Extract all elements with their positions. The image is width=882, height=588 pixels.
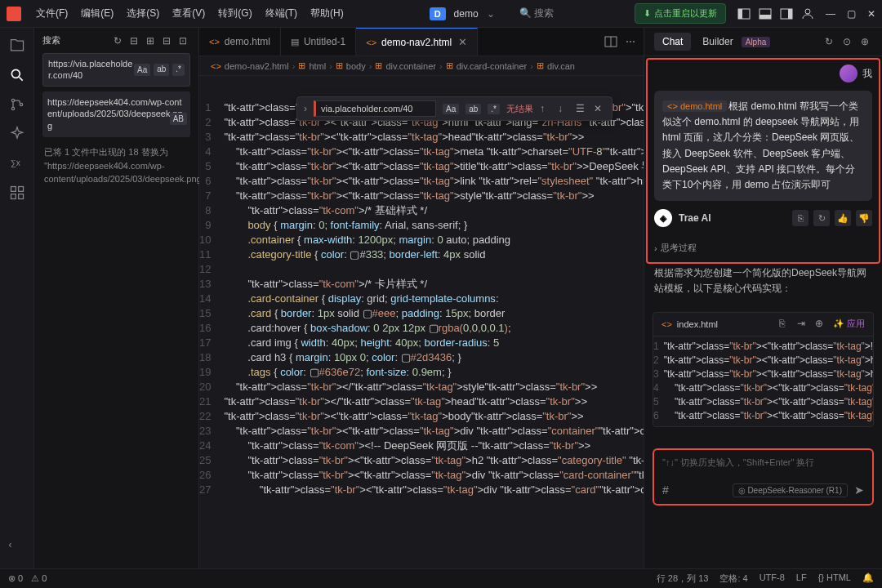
search-hint: 已将 1 文件中出现的 18 替换为 "https://deepseek404.… — [42, 144, 190, 188]
send-icon[interactable]: ➤ — [854, 483, 864, 497]
menu-terminal[interactable]: 终端(T) — [261, 3, 302, 24]
thumbs-down-icon[interactable]: 👎 — [856, 210, 872, 226]
notifications-icon[interactable]: 🔔 — [862, 572, 874, 585]
svg-rect-5 — [788, 9, 792, 19]
find-input[interactable] — [314, 100, 436, 117]
history-icon[interactable]: ⊙ — [843, 36, 854, 47]
code-editor[interactable]: 1234567891011121314151617181920212223242… — [199, 76, 644, 568]
maximize-icon[interactable]: ▢ — [847, 8, 856, 20]
search-input[interactable]: https://via.placeholder.com/40 Aa ab .* — [42, 53, 190, 87]
chat-tab-builder[interactable]: Builder — [694, 33, 741, 51]
tab-untitled[interactable]: ▤Untitled-1 — [281, 28, 356, 56]
ai-avatar: ◈ — [654, 209, 672, 227]
title-center: D demo ⌄ 🔍 搜索 — [352, 7, 631, 20]
editor-tabs: <>demo.html ▤Untitled-1 <>demo-nav2.html… — [199, 28, 644, 56]
selection-icon[interactable]: ☰ — [576, 103, 587, 114]
next-icon[interactable]: ↓ — [558, 103, 569, 114]
window-controls: — ▢ ✕ — [826, 8, 875, 20]
svg-rect-1 — [738, 9, 742, 19]
explorer-icon[interactable] — [9, 38, 25, 54]
collapse-icon[interactable]: ⊟ — [163, 35, 174, 47]
split-icon[interactable] — [604, 35, 617, 48]
chat-panel: Chat Builder Alpha ↻ ⊙ ⊕ 我 <> demo.html根… — [644, 28, 882, 568]
titlebar: 文件(F) 编辑(E) 选择(S) 查看(V) 转到(G) 终端(T) 帮助(H… — [0, 0, 882, 28]
extensions-icon[interactable] — [9, 185, 25, 201]
minimize-icon[interactable]: — — [826, 8, 835, 20]
copy-icon[interactable]: ⎘ — [792, 210, 808, 226]
close-icon[interactable]: ✕ — [867, 8, 875, 20]
user-avatar — [840, 65, 858, 82]
close-find-icon[interactable]: ✕ — [594, 103, 605, 114]
word-icon[interactable]: ab — [154, 64, 169, 76]
encoding[interactable]: UTF-8 — [760, 572, 785, 585]
svg-rect-13 — [18, 187, 23, 192]
new-chat-icon[interactable]: ⊕ — [861, 36, 872, 47]
new-file-icon[interactable]: ⊕ — [815, 318, 828, 331]
svg-rect-3 — [760, 15, 771, 19]
regex-icon[interactable]: .* — [172, 64, 185, 76]
input-hint: "↑↓" 切换历史输入，"Shift+Enter" 换行 — [662, 457, 864, 469]
menu-edit[interactable]: 编辑(E) — [76, 3, 118, 24]
tab-demo-nav2[interactable]: <>demo-nav2.html✕ — [356, 28, 478, 56]
tab-demo[interactable]: <>demo.html — [199, 28, 281, 56]
chevron-right-icon: › — [654, 243, 657, 253]
panel-left-icon[interactable] — [737, 7, 751, 20]
indent[interactable]: 空格: 4 — [719, 572, 747, 585]
chat-tab-chat[interactable]: Chat — [654, 33, 691, 51]
app-logo — [7, 7, 21, 21]
expression-icon[interactable]: ∑x — [9, 155, 25, 172]
find-bar: › Aa ab .* 无结果 ↑ ↓ ☰ ✕ — [296, 96, 612, 121]
more-icon[interactable]: ⋯ — [626, 36, 635, 47]
search-icon[interactable] — [9, 67, 25, 83]
activity-bar: ∑x ‹ — [0, 28, 34, 568]
new-search-icon[interactable]: ⊞ — [146, 35, 158, 47]
chevron-down-icon[interactable]: ⌄ — [487, 8, 495, 20]
git-icon[interactable] — [9, 96, 25, 113]
status-errors[interactable]: ⊗ 0 — [8, 573, 23, 584]
search-panel: 搜索 ↻ ⊟ ⊞ ⊟ ⊡ https://via.placeholder.com… — [34, 28, 199, 568]
refresh-icon[interactable]: ↻ — [114, 35, 125, 47]
update-button[interactable]: ⬇点击重启以更新 — [635, 3, 726, 24]
expand-icon[interactable]: ⊡ — [179, 35, 190, 47]
menu-view[interactable]: 查看(V) — [167, 3, 210, 24]
eol[interactable]: LF — [796, 572, 807, 585]
word-icon[interactable]: ab — [466, 104, 481, 114]
project-name[interactable]: demo — [454, 8, 479, 20]
global-search[interactable]: 🔍 搜索 — [519, 7, 554, 20]
account-icon[interactable] — [801, 7, 814, 20]
cursor-position[interactable]: 行 28，列 13 — [657, 572, 709, 585]
insert-icon[interactable]: ⇥ — [797, 318, 810, 331]
panel-bottom-icon[interactable] — [759, 7, 772, 20]
clear-icon[interactable]: ⊟ — [130, 35, 141, 47]
case-icon[interactable]: Aa — [443, 104, 459, 114]
copy-code-icon[interactable]: ⎘ — [779, 318, 792, 331]
chevron-right-icon[interactable]: › — [304, 103, 307, 114]
html-icon: <> — [366, 38, 376, 47]
status-warnings[interactable]: ⚠ 0 — [31, 573, 47, 584]
panel-right-icon[interactable] — [780, 7, 793, 20]
user-message: <> demo.html根据 demo.html 帮我写一个类似这个 demo.… — [654, 91, 872, 201]
model-selector[interactable]: ◎ DeepSeek-Reasoner (R1) — [733, 483, 848, 497]
case-icon[interactable]: Aa — [134, 64, 150, 76]
menu-help[interactable]: 帮助(H) — [305, 3, 349, 24]
think-collapse[interactable]: ›思考过程 — [644, 238, 882, 257]
chat-input[interactable]: "↑↓" 切换历史输入，"Shift+Enter" 换行 # ◎ DeepSee… — [653, 448, 874, 506]
retry-icon[interactable]: ↻ — [813, 210, 830, 226]
file-chip[interactable]: <> demo.html — [662, 100, 727, 112]
sparkle-icon[interactable] — [9, 126, 25, 142]
tab-close-icon[interactable]: ✕ — [458, 36, 467, 48]
prev-icon[interactable]: ↑ — [540, 103, 551, 114]
apply-button[interactable]: ✨ 应用 — [833, 318, 865, 330]
search-replace-input[interactable]: https://deepseek404.com/wp-content/uploa… — [42, 91, 190, 138]
menu-select[interactable]: 选择(S) — [122, 3, 164, 24]
hash-icon[interactable]: # — [662, 483, 669, 497]
breadcrumb[interactable]: <> demo-nav2.html› ⊞ html› ⊞ body› ⊞ div… — [199, 56, 644, 76]
menu-go[interactable]: 转到(G) — [213, 3, 256, 24]
preserve-case-icon[interactable]: AB — [170, 113, 187, 126]
chevron-left-icon[interactable]: ‹ — [9, 539, 25, 555]
regex-icon[interactable]: .* — [488, 104, 500, 114]
thumbs-up-icon[interactable]: 👍 — [835, 210, 851, 226]
language[interactable]: {} HTML — [818, 572, 851, 585]
clock-icon[interactable]: ↻ — [825, 36, 836, 47]
menu-file[interactable]: 文件(F) — [31, 3, 73, 24]
